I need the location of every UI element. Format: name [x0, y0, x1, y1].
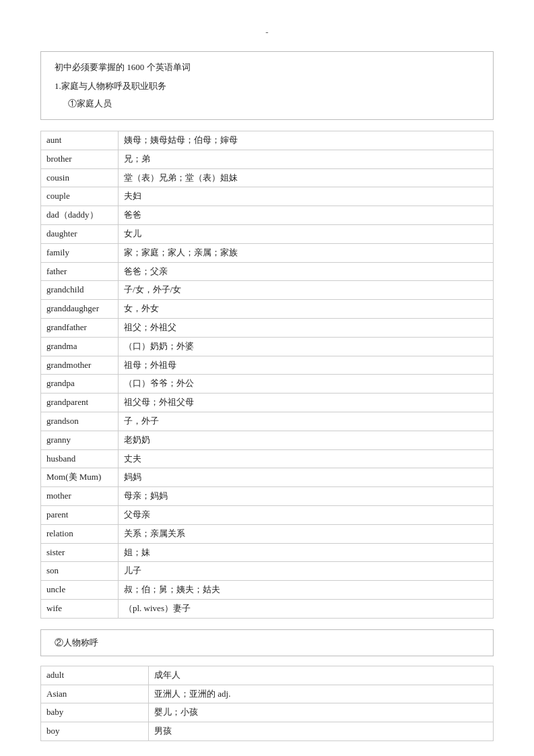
meaning-cell: 爸爸	[119, 206, 494, 225]
word-cell: granddaughger	[41, 300, 119, 319]
header-box: 初中必须要掌握的 1600 个英语单词 1.家庭与人物称呼及职业职务 ①家庭人员	[40, 51, 494, 120]
word-cell: Asian	[41, 685, 149, 703]
table-row: aunt姨母；姨母姑母；伯母；婶母	[41, 131, 494, 150]
table-row: granny老奶奶	[41, 431, 494, 449]
word-cell: aunt	[41, 131, 119, 150]
table-row: wife（pl. wives）妻子	[41, 599, 494, 618]
meaning-cell: （口）奶奶；外婆	[119, 337, 494, 356]
meaning-cell: 堂（表）兄弟；堂（表）姐妹	[119, 168, 494, 187]
word-cell: brother	[41, 150, 119, 168]
meaning-cell: 女，外女	[119, 300, 494, 319]
table-row: grandchild子/女，外子/女	[41, 281, 494, 300]
table-row: Asian亚洲人；亚洲的 adj.	[41, 685, 494, 703]
meaning-cell: 男孩	[149, 722, 494, 741]
meaning-cell: 爸爸；父亲	[119, 262, 494, 281]
table-row: husband丈夫	[41, 449, 494, 468]
word-cell: grandpa	[41, 375, 119, 393]
word-cell: granny	[41, 431, 119, 449]
table-row: boy男孩	[41, 722, 494, 741]
table-row: grandson子，外子	[41, 412, 494, 431]
table-row: son儿子	[41, 562, 494, 581]
table-row: brother兄；弟	[41, 150, 494, 168]
word-cell: husband	[41, 449, 119, 468]
meaning-cell: 姐；妹	[119, 543, 494, 562]
word-cell: family	[41, 243, 119, 262]
table-row: family家；家庭；家人；亲属；家族	[41, 243, 494, 262]
table-row: couple夫妇	[41, 187, 494, 206]
section1-label: ①家庭人员	[68, 98, 479, 110]
table-row: granddaughger女，外女	[41, 300, 494, 319]
word-cell: grandmother	[41, 356, 119, 375]
table-row: grandfather祖父；外祖父	[41, 318, 494, 337]
meaning-cell: 祖父母；外祖父母	[119, 393, 494, 412]
table-row: parent父母亲	[41, 505, 494, 524]
table-row: daughter女儿	[41, 224, 494, 243]
meaning-cell: 兄；弟	[119, 150, 494, 168]
table-row: uncle叔；伯；舅；姨夫；姑夫	[41, 581, 494, 600]
meaning-cell: 亚洲人；亚洲的 adj.	[149, 685, 494, 703]
meaning-cell: 祖母；外祖母	[119, 356, 494, 375]
meaning-cell: 女儿	[119, 224, 494, 243]
meaning-cell: 儿子	[119, 562, 494, 581]
table-row: adult成年人	[41, 666, 494, 685]
word-cell: baby	[41, 703, 149, 722]
word-cell: relation	[41, 524, 119, 543]
meaning-cell: 夫妇	[119, 187, 494, 206]
meaning-cell: 祖父；外祖父	[119, 318, 494, 337]
table-row: dad（daddy）爸爸	[41, 206, 494, 225]
word-cell: uncle	[41, 581, 119, 600]
meaning-cell: 父母亲	[119, 505, 494, 524]
table-row: baby婴儿；小孩	[41, 703, 494, 722]
meaning-cell: 子，外子	[119, 412, 494, 431]
word-cell: parent	[41, 505, 119, 524]
word-cell: dad（daddy）	[41, 206, 119, 225]
meaning-cell: 妈妈	[119, 468, 494, 487]
table-row: grandpa（口）爷爷；外公	[41, 375, 494, 393]
word-cell: grandson	[41, 412, 119, 431]
word-cell: couple	[41, 187, 119, 206]
word-cell: cousin	[41, 168, 119, 187]
word-cell: grandma	[41, 337, 119, 356]
word-cell: mother	[41, 487, 119, 506]
table-row: grandparent祖父母；外祖父母	[41, 393, 494, 412]
main-title: 初中必须要掌握的 1600 个英语单词	[55, 61, 479, 73]
word-cell: adult	[41, 666, 149, 685]
meaning-cell: 婴儿；小孩	[149, 703, 494, 722]
family-table: aunt姨母；姨母姑母；伯母；婶母brother兄；弟cousin堂（表）兄弟；…	[40, 131, 494, 619]
subtitle: 1.家庭与人物称呼及职业职务	[55, 80, 479, 92]
meaning-cell: 成年人	[149, 666, 494, 685]
top-dash: -	[40, 27, 494, 38]
table-row: mother母亲；妈妈	[41, 487, 494, 506]
word-cell: boy	[41, 722, 149, 741]
table-row: cousin堂（表）兄弟；堂（表）姐妹	[41, 168, 494, 187]
word-cell: wife	[41, 599, 119, 618]
word-cell: daughter	[41, 224, 119, 243]
meaning-cell: 家；家庭；家人；亲属；家族	[119, 243, 494, 262]
word-cell: grandchild	[41, 281, 119, 300]
meaning-cell: 子/女，外子/女	[119, 281, 494, 300]
table-row: grandmother祖母；外祖母	[41, 356, 494, 375]
table-row: sister姐；妹	[41, 543, 494, 562]
table-row: father爸爸；父亲	[41, 262, 494, 281]
table-row: grandma（口）奶奶；外婆	[41, 337, 494, 356]
meaning-cell: 关系；亲属关系	[119, 524, 494, 543]
table-row: Mom(美 Mum)妈妈	[41, 468, 494, 487]
meaning-cell: （pl. wives）妻子	[119, 599, 494, 618]
meaning-cell: 丈夫	[119, 449, 494, 468]
meaning-cell: 姨母；姨母姑母；伯母；婶母	[119, 131, 494, 150]
meaning-cell: 老奶奶	[119, 431, 494, 449]
meaning-cell: 叔；伯；舅；姨夫；姑夫	[119, 581, 494, 600]
meaning-cell: （口）爷爷；外公	[119, 375, 494, 393]
word-cell: Mom(美 Mum)	[41, 468, 119, 487]
people-table: adult成年人Asian亚洲人；亚洲的 adj.baby婴儿；小孩boy男孩	[40, 666, 494, 741]
word-cell: father	[41, 262, 119, 281]
word-cell: grandfather	[41, 318, 119, 337]
section2-box: ②人物称呼	[40, 629, 494, 656]
word-cell: sister	[41, 543, 119, 562]
table-row: relation关系；亲属关系	[41, 524, 494, 543]
meaning-cell: 母亲；妈妈	[119, 487, 494, 506]
word-cell: son	[41, 562, 119, 581]
section2-label: ②人物称呼	[55, 637, 98, 648]
word-cell: grandparent	[41, 393, 119, 412]
